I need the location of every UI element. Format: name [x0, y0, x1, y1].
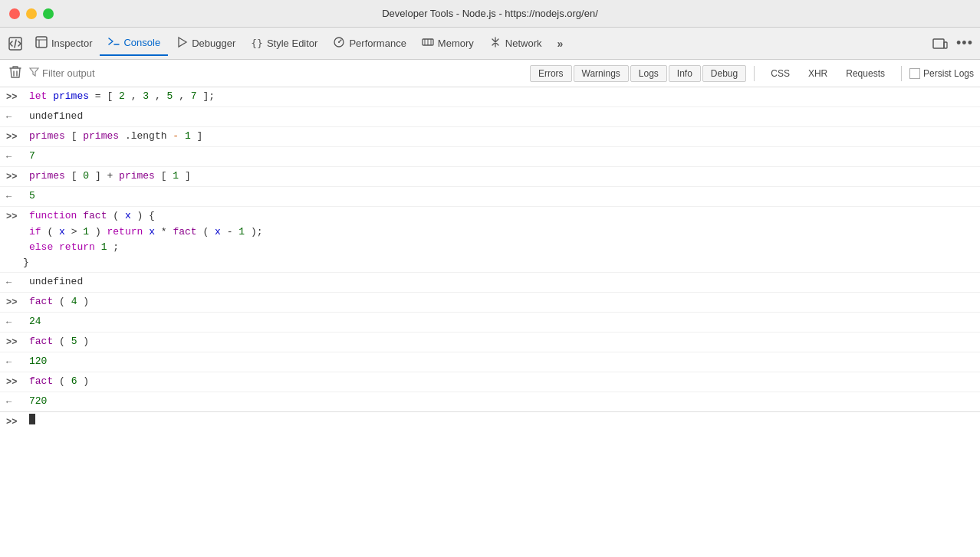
- maximize-button[interactable]: [43, 8, 54, 19]
- inspector-icon: [35, 36, 48, 51]
- output-arrow-icon: ←: [6, 274, 23, 290]
- output-arrow-icon: ←: [6, 394, 23, 410]
- console-code: fact ( 4 ): [29, 294, 974, 310]
- input-arrow-icon: >>: [6, 334, 23, 350]
- svg-point-4: [338, 41, 340, 43]
- console-code: fact ( 6 ): [29, 374, 974, 389]
- tab-inspector[interactable]: Inspector: [28, 31, 100, 55]
- console-code: primes [ primes .length - 1 ]: [29, 129, 974, 144]
- xhr-filter-button[interactable]: XHR: [800, 65, 836, 82]
- log-level-filters: Errors Warnings Logs Info Debug: [530, 65, 746, 82]
- toolbar: Inspector Console Debugger {} Style Edit…: [0, 28, 980, 60]
- debug-filter-button[interactable]: Debug: [702, 65, 746, 82]
- responsive-design-button[interactable]: [928, 31, 952, 56]
- chevron-right-icon: »: [557, 38, 564, 50]
- filter-left: [6, 62, 525, 85]
- console-entry-input-multiline: >> function fact ( x ) { if ( x > 1 ) re…: [0, 207, 980, 273]
- tab-console[interactable]: Console: [100, 31, 168, 56]
- tab-performance[interactable]: Performance: [325, 31, 413, 55]
- console-code: fact ( 5 ): [29, 334, 974, 349]
- filter-icon: [29, 67, 39, 80]
- cursor-icon: [29, 414, 35, 424]
- minimize-button[interactable]: [26, 8, 37, 19]
- options-button[interactable]: •••: [952, 31, 977, 56]
- console-code: primes [ 0 ] + primes [ 1 ]: [29, 169, 974, 184]
- console-entry-input: >> fact ( 4 ): [0, 293, 980, 313]
- network-label: Network: [505, 38, 542, 49]
- input-arrow-icon: >>: [6, 169, 23, 185]
- output-arrow-icon: ←: [6, 109, 23, 125]
- title-bar: Developer Tools - Node.js - https://node…: [0, 0, 980, 28]
- filter-input[interactable]: [42, 67, 196, 79]
- inspector-label: Inspector: [51, 38, 92, 49]
- requests-filter-button[interactable]: Requests: [837, 65, 893, 82]
- svg-rect-10: [944, 42, 947, 48]
- input-prompt-icon: >>: [6, 414, 23, 430]
- console-result: 120: [29, 354, 974, 369]
- network-icon: [489, 36, 502, 51]
- console-code-line1: function fact ( x ) {: [29, 208, 155, 224]
- window-controls: [9, 8, 54, 19]
- logs-filter-button[interactable]: Logs: [630, 65, 667, 82]
- dots-icon: •••: [956, 35, 973, 51]
- style-editor-icon: {}: [251, 38, 263, 49]
- console-entry-input: >> primes [ primes .length - 1 ]: [0, 127, 980, 147]
- console-result: 5: [29, 188, 974, 204]
- console-result: 7: [29, 149, 974, 164]
- console-current-input[interactable]: [29, 414, 974, 430]
- console-entry-input: >> fact ( 5 ): [0, 333, 980, 352]
- errors-filter-button[interactable]: Errors: [530, 65, 572, 82]
- input-arrow-icon: >>: [6, 89, 23, 105]
- tab-network[interactable]: Network: [482, 31, 550, 55]
- filter-divider: [754, 66, 755, 81]
- persist-logs-option[interactable]: Persist Logs: [909, 68, 974, 79]
- svg-marker-2: [179, 38, 186, 47]
- output-arrow-icon: ←: [6, 188, 23, 205]
- input-arrow-icon: >>: [6, 294, 23, 310]
- console-entry-output: ← undefined: [0, 273, 980, 293]
- clear-console-button[interactable]: [6, 62, 25, 85]
- persist-logs-checkbox[interactable]: [909, 68, 920, 79]
- output-arrow-icon: ←: [6, 314, 23, 330]
- console-entry-input: >> primes [ 0 ] + primes [ 1 ]: [0, 167, 980, 187]
- console-icon: [107, 35, 120, 50]
- filter-divider-2: [901, 66, 902, 81]
- console-result: undefined: [29, 109, 974, 124]
- console-result: 720: [29, 394, 974, 409]
- input-arrow-icon: >>: [6, 208, 23, 224]
- console-entry-output: ← 24: [0, 313, 980, 333]
- tab-memory[interactable]: Memory: [414, 31, 482, 55]
- input-arrow-icon: >>: [6, 129, 23, 145]
- content-type-filters: CSS XHR Requests: [762, 65, 893, 82]
- memory-icon: [422, 36, 434, 51]
- console-code: let primes = [ 2 , 3 , 5 , 7 ];: [29, 89, 974, 104]
- console-entry-output: ← 720: [0, 392, 980, 412]
- memory-label: Memory: [438, 38, 474, 49]
- tab-style-editor[interactable]: {} Style Editor: [243, 33, 325, 54]
- info-filter-button[interactable]: Info: [669, 65, 701, 82]
- persist-logs-label: Persist Logs: [923, 68, 974, 79]
- console-entry-input: >> let primes = [ 2 , 3 , 5 , 7 ];: [0, 87, 980, 107]
- css-filter-button[interactable]: CSS: [762, 65, 798, 82]
- console-entry-output: ← undefined: [0, 107, 980, 127]
- console-input-line[interactable]: >>: [0, 412, 980, 431]
- console-area: >> let primes = [ 2 , 3 , 5 , 7 ]; ← und…: [0, 87, 980, 557]
- output-arrow-icon: ←: [6, 149, 23, 165]
- devtools-icon[interactable]: [3, 31, 28, 56]
- console-entry-input: >> fact ( 6 ): [0, 372, 980, 392]
- console-entry-output: ← 120: [0, 352, 980, 372]
- close-button[interactable]: [9, 8, 20, 19]
- debugger-icon: [176, 36, 188, 51]
- filter-input-wrapper: [29, 67, 525, 80]
- style-editor-label: Style Editor: [267, 38, 317, 49]
- console-entry-output: ← 7: [0, 147, 980, 167]
- warnings-filter-button[interactable]: Warnings: [574, 65, 629, 82]
- output-arrow-icon: ←: [6, 354, 23, 370]
- console-label: Console: [123, 37, 160, 48]
- svg-rect-9: [933, 39, 944, 48]
- console-result: undefined: [29, 274, 974, 290]
- more-tools-button[interactable]: »: [550, 33, 571, 54]
- performance-icon: [333, 36, 345, 51]
- window-title: Developer Tools - Node.js - https://node…: [382, 8, 598, 19]
- tab-debugger[interactable]: Debugger: [168, 31, 243, 55]
